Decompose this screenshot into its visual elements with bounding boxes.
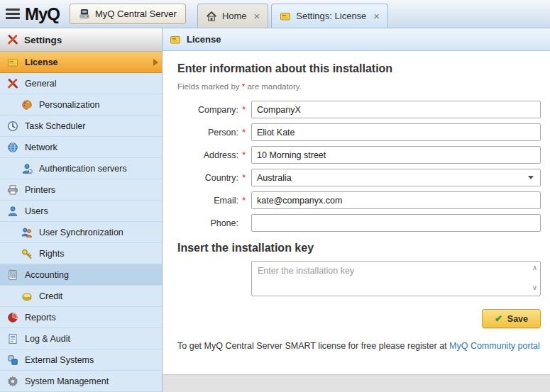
save-button-label: Save bbox=[507, 314, 528, 324]
address-input[interactable] bbox=[251, 146, 541, 164]
form-row-phone: Phone: bbox=[177, 214, 541, 232]
sidebar-item-label: General bbox=[25, 79, 56, 89]
sidebar-item-system-management[interactable]: System Management bbox=[0, 371, 162, 392]
person-label: Person: bbox=[208, 128, 238, 138]
gear-icon bbox=[7, 376, 18, 387]
sidebar-item-credit[interactable]: Credit bbox=[0, 286, 162, 307]
sidebar-item-users[interactable]: Users bbox=[0, 201, 162, 222]
sidebar-title: Settings bbox=[24, 35, 62, 45]
checkmark-icon: ✔ bbox=[495, 313, 502, 324]
email-input[interactable] bbox=[251, 191, 541, 209]
tab-home[interactable]: Home × bbox=[197, 4, 268, 28]
sidebar-header: Settings bbox=[0, 28, 162, 52]
person-input[interactable] bbox=[251, 123, 541, 141]
close-icon[interactable]: × bbox=[254, 11, 260, 21]
sidebar-item-label: User Synchronization bbox=[39, 228, 123, 237]
tab-label: Settings: License bbox=[296, 11, 366, 21]
sidebar-item-accounting[interactable]: Accounting bbox=[0, 264, 162, 286]
sidebar-item-label: Printers bbox=[25, 185, 55, 195]
server-selector-button[interactable]: MyQ Central Server bbox=[70, 4, 186, 24]
license-panel: License Enter information about this ins… bbox=[163, 28, 550, 392]
form-row-person: Person:* bbox=[177, 123, 541, 141]
sidebar-item-label: Task Scheduler bbox=[25, 121, 85, 131]
sidebar-item-rights[interactable]: Rights bbox=[0, 243, 162, 264]
sidebar-item-label: Log & Audit bbox=[25, 334, 70, 344]
sidebar-item-label: Accounting bbox=[25, 270, 69, 280]
country-select-value: Australia bbox=[257, 173, 292, 183]
required-star: * bbox=[238, 105, 246, 115]
panel-title: License bbox=[187, 34, 221, 45]
settings-sidebar: Settings License General Personalization bbox=[0, 28, 163, 392]
document-icon bbox=[7, 333, 18, 345]
license-icon bbox=[170, 34, 181, 45]
required-star: * bbox=[238, 196, 246, 206]
sidebar-item-label: System Management bbox=[25, 376, 109, 386]
sidebar-item-printers[interactable]: Printers bbox=[0, 179, 162, 201]
close-icon[interactable]: × bbox=[373, 11, 380, 21]
phone-label: Phone: bbox=[210, 218, 238, 228]
required-star: * bbox=[238, 128, 246, 138]
tools-icon bbox=[7, 78, 18, 89]
sidebar-item-label: Rights bbox=[39, 249, 64, 259]
sidebar-item-label: Users bbox=[25, 206, 48, 216]
form-row-company: Company:* bbox=[177, 101, 541, 118]
sidebar-item-task-scheduler[interactable]: Task Scheduler bbox=[0, 116, 162, 137]
bottom-strip bbox=[163, 374, 550, 392]
sidebar-item-label: Authentication servers bbox=[39, 164, 127, 174]
installation-key-input[interactable] bbox=[251, 261, 541, 296]
sidebar-item-personalization[interactable]: Personalization bbox=[0, 94, 162, 116]
save-button[interactable]: ✔ Save bbox=[482, 309, 541, 328]
printer-icon bbox=[7, 184, 18, 196]
home-icon bbox=[206, 11, 217, 22]
clock-icon bbox=[7, 121, 18, 132]
phone-input[interactable] bbox=[251, 214, 541, 232]
sidebar-item-license[interactable]: License bbox=[0, 52, 162, 73]
required-star: * bbox=[238, 173, 246, 183]
company-label: Company: bbox=[198, 105, 238, 115]
sidebar-item-label: Network bbox=[25, 142, 57, 152]
required-star: * bbox=[238, 150, 246, 160]
sidebar-item-authentication-servers[interactable]: Authentication servers bbox=[0, 158, 162, 179]
email-label: Email: bbox=[214, 196, 238, 206]
user-icon bbox=[7, 206, 18, 217]
sidebar-item-label: Personalization bbox=[39, 100, 99, 110]
server-terminal-icon bbox=[79, 9, 90, 20]
sidebar-item-label: Reports bbox=[25, 313, 56, 323]
sidebar-item-reports[interactable]: Reports bbox=[0, 307, 162, 328]
section-title-installation-key: Insert the installation key bbox=[177, 242, 541, 254]
country-select[interactable]: Australia bbox=[251, 169, 541, 186]
installation-key-area: ∧ ∨ bbox=[251, 261, 541, 296]
company-input[interactable] bbox=[251, 101, 541, 118]
tab-label: Home bbox=[222, 11, 247, 21]
form-row-country: Country:* Australia bbox=[177, 169, 541, 186]
sidebar-item-network[interactable]: Network bbox=[0, 137, 162, 158]
address-label: Address: bbox=[204, 150, 238, 160]
tab-bar: Home × Settings: License × bbox=[197, 4, 388, 28]
sidebar-item-external-systems[interactable]: External Systems bbox=[0, 349, 162, 371]
scroll-down-icon[interactable]: ∨ bbox=[532, 284, 537, 291]
chevron-down-icon bbox=[528, 176, 534, 179]
settings-tools-icon bbox=[7, 34, 18, 45]
license-form-area: Enter information about this installatio… bbox=[163, 51, 550, 374]
community-portal-link[interactable]: MyQ Community portal bbox=[449, 341, 540, 351]
calculator-icon bbox=[7, 269, 18, 281]
sidebar-item-log-audit[interactable]: Log & Audit bbox=[0, 328, 162, 349]
installation-info-form: Company:* Person:* Address:* Country:* bbox=[177, 101, 541, 232]
form-row-email: Email:* bbox=[177, 191, 541, 209]
menu-icon[interactable] bbox=[6, 6, 20, 21]
coins-icon bbox=[21, 291, 33, 302]
scroll-up-icon[interactable]: ∧ bbox=[532, 264, 537, 271]
pie-chart-icon bbox=[7, 312, 18, 323]
sidebar-item-user-synchronization[interactable]: User Synchronization bbox=[0, 222, 162, 243]
tab-settings-license[interactable]: Settings: License × bbox=[271, 4, 388, 28]
topbar: MyQ MyQ Central Server Home × Settings: … bbox=[0, 0, 550, 28]
save-row: ✔ Save bbox=[251, 309, 541, 328]
license-icon bbox=[280, 11, 291, 22]
section-title-installation: Enter information about this installatio… bbox=[177, 62, 541, 75]
sidebar-item-general[interactable]: General bbox=[0, 73, 162, 94]
linked-boxes-icon bbox=[7, 354, 18, 366]
palette-icon bbox=[21, 99, 33, 111]
country-label: Country: bbox=[205, 173, 238, 183]
mandatory-note: Fields marked by * are mandatory. bbox=[177, 82, 541, 91]
sidebar-item-label: Credit bbox=[39, 291, 62, 301]
